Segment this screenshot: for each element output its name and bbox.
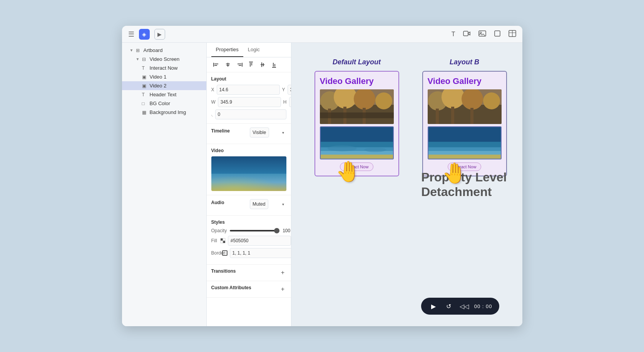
fill-row: Fill <box>211 236 286 246</box>
toolbar-tools: T <box>452 30 516 39</box>
svg-rect-56 <box>470 108 473 124</box>
audio-label: Audio <box>211 200 248 205</box>
fill-color-input[interactable] <box>228 236 291 246</box>
header-text-label: Header Text <box>150 92 177 97</box>
timeline-label: Timeline <box>211 128 248 134</box>
background-img-label: Background Img <box>150 109 186 115</box>
timeline-select-wrapper: Visible <box>250 127 286 137</box>
x-label: X <box>211 87 214 92</box>
text-tool[interactable]: T <box>452 31 455 38</box>
timeline-row: Timeline Visible <box>211 127 286 137</box>
properties-tabs: Properties Logic <box>207 43 291 57</box>
svg-rect-21 <box>263 63 264 66</box>
canvas-area: Default Layout Video Gallery <box>291 43 522 326</box>
tab-properties[interactable]: Properties <box>211 43 243 57</box>
fill-label: Fill <box>211 238 217 243</box>
add-transition-btn[interactable]: + <box>279 269 286 276</box>
gallery-default-forest-img <box>320 89 394 124</box>
app-window: ☰ ◈ ▶ T ▼ ⊞ <box>122 26 522 326</box>
align-middle-btn[interactable] <box>258 60 268 69</box>
transitions-header[interactable]: Transitions + <box>211 268 286 277</box>
w-input[interactable] <box>218 97 281 107</box>
timeline-select[interactable]: Visible <box>250 127 269 137</box>
cam-button[interactable]: ▶ <box>154 29 165 40</box>
align-right-btn[interactable] <box>234 60 244 69</box>
align-top-btn[interactable] <box>246 60 256 69</box>
cursor-hand-default: 🤚 <box>336 160 361 183</box>
video-screen-icon: ⊟ <box>142 57 148 62</box>
gallery-default[interactable]: Video Gallery <box>314 71 399 176</box>
svg-rect-19 <box>261 64 264 65</box>
align-left-btn[interactable] <box>211 60 221 69</box>
svg-rect-27 <box>221 241 223 243</box>
replay-button[interactable]: ↺ <box>443 301 454 312</box>
corner-radius-input[interactable] <box>215 109 286 119</box>
layer-bg-color[interactable]: □ BG Color <box>122 99 206 108</box>
h-label: H <box>283 99 287 105</box>
layout-b-card: Layout B Video Gallery <box>422 58 507 176</box>
custom-attributes-label: Custom Attributes <box>211 285 251 290</box>
x-input[interactable] <box>217 85 280 95</box>
transitions-label: Transitions <box>211 268 236 274</box>
svg-rect-3 <box>495 31 500 36</box>
layer-video-screen[interactable]: ▼ ⊟ Video Screen <box>122 55 206 64</box>
layer-video1[interactable]: ▣ Video 1 <box>122 72 206 81</box>
audio-select-wrapper: Muted <box>250 199 286 209</box>
play-button[interactable]: ▶ <box>428 301 439 312</box>
audio-select[interactable]: Muted <box>250 199 268 209</box>
video2-label: Video 2 <box>150 83 167 89</box>
gallery-b-ocean-img <box>428 126 502 159</box>
gallery-default-title: Video Gallery <box>320 76 394 86</box>
svg-rect-7 <box>213 63 214 67</box>
svg-point-36 <box>375 92 392 109</box>
text-icon-interact: T <box>142 65 148 71</box>
svg-rect-8 <box>214 64 218 64</box>
layer-header-text[interactable]: T Header Text <box>122 90 206 99</box>
align-bottom-btn[interactable] <box>269 60 279 69</box>
right-label-line2: Detachment <box>421 184 507 199</box>
video-tool[interactable] <box>463 30 471 38</box>
rect-tool[interactable] <box>494 30 501 39</box>
svg-rect-55 <box>451 107 454 124</box>
properties-panel: Properties Logic <box>207 43 291 326</box>
layer-background-img[interactable]: ▦ Background Img <box>122 108 206 117</box>
fill-icon <box>220 238 226 243</box>
app-logo: ◈ <box>139 29 150 40</box>
custom-attributes-header[interactable]: Custom Attributes + <box>211 285 286 293</box>
menu-icon[interactable]: ☰ <box>128 30 134 39</box>
app-logo-icon: ◈ <box>142 31 146 37</box>
opacity-slider[interactable] <box>230 230 279 231</box>
audio-section: Audio Muted <box>207 195 291 216</box>
video1-label: Video 1 <box>150 74 167 80</box>
layout-b-label: Layout B <box>450 58 479 66</box>
styles-section-title: Styles <box>211 220 286 225</box>
layer-artboard[interactable]: ▼ ⊞ Artboard <box>122 46 206 55</box>
svg-rect-45 <box>321 155 393 159</box>
align-toolbar <box>207 57 291 72</box>
toggle-video-screen[interactable]: ▼ <box>136 57 141 61</box>
image-tool[interactable] <box>478 30 486 38</box>
border-value-input[interactable] <box>230 248 291 258</box>
align-center-btn[interactable] <box>223 60 233 69</box>
table-tool[interactable] <box>509 30 516 39</box>
layer-video2[interactable]: ▣ Video 2 <box>122 81 206 90</box>
play-bar: ▶ ↺ ◁◁ 00 : 00 <box>421 298 499 315</box>
gallery-b[interactable]: Video Gallery <box>422 71 507 176</box>
header-text-icon: T <box>142 92 148 97</box>
svg-point-46 <box>327 146 356 151</box>
svg-rect-17 <box>250 63 251 67</box>
toggle-artboard[interactable]: ▼ <box>130 48 134 52</box>
add-attribute-btn[interactable]: + <box>279 286 286 293</box>
artboard-label: Artboard <box>144 47 163 53</box>
main-content: ▼ ⊞ Artboard ▼ ⊟ Video Screen T Interact… <box>122 43 522 326</box>
rewind-button[interactable]: ◁◁ <box>459 301 470 312</box>
svg-rect-22 <box>272 67 276 68</box>
y-input[interactable] <box>288 85 291 95</box>
svg-rect-54 <box>436 109 439 124</box>
layout-section-title: Layout <box>211 76 286 82</box>
tab-logic[interactable]: Logic <box>243 43 264 57</box>
layer-interact-now[interactable]: T Interact Now <box>122 64 206 72</box>
artboard-icon: ⊞ <box>136 48 142 53</box>
border-label: Border <box>211 250 219 256</box>
cursor-hand-b: 🤚 <box>442 161 467 185</box>
